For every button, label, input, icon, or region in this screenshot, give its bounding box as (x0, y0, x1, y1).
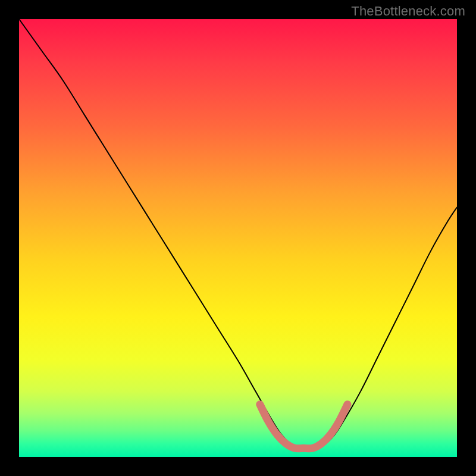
chart-frame: TheBottleneck.com (0, 0, 476, 476)
bottleneck-curve (19, 19, 457, 449)
optimal-zone-highlight (260, 405, 347, 449)
watermark-text: TheBottleneck.com (351, 4, 465, 19)
chart-svg (19, 19, 457, 457)
plot-area (19, 19, 457, 457)
